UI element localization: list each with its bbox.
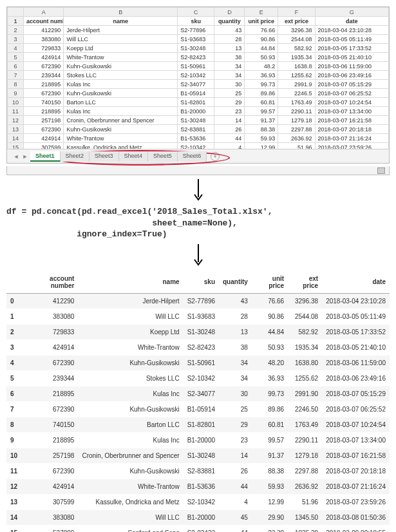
sheet-tab[interactable]: Sheet6 bbox=[178, 151, 207, 162]
cell[interactable]: 2991.9 bbox=[278, 80, 315, 89]
cell[interactable]: 34 bbox=[214, 62, 245, 71]
cell[interactable]: 2018-03-06 23:49:16 bbox=[315, 71, 388, 80]
table-row[interactable]: 8218895Kulas IncS2-340773099.732991.9201… bbox=[8, 80, 389, 89]
row-number[interactable]: 12 bbox=[8, 116, 24, 125]
cell[interactable]: S1-50961 bbox=[178, 62, 214, 71]
sheet-tab[interactable]: Sheet1 bbox=[30, 151, 61, 162]
row-number[interactable]: 10 bbox=[8, 98, 24, 107]
cell[interactable]: 23 bbox=[214, 107, 245, 116]
cell[interactable]: 36.93 bbox=[245, 71, 278, 80]
cell[interactable]: 2018-03-07 10:24:54 bbox=[315, 98, 388, 107]
table-row[interactable]: 4729833Koepp LtdS1-302481344.84582.92201… bbox=[8, 44, 389, 53]
cell[interactable]: 729833 bbox=[23, 44, 63, 53]
cell[interactable]: S1-82801 bbox=[178, 98, 214, 107]
cell[interactable]: 412290 bbox=[23, 26, 63, 35]
cell[interactable]: S1-30248 bbox=[178, 116, 214, 125]
table-row[interactable]: 15307599Kassulke, Ondricka and MetzS2-10… bbox=[8, 143, 389, 149]
cell[interactable]: 2018-03-05 17:33:52 bbox=[315, 44, 388, 53]
cell[interactable]: 50.93 bbox=[245, 53, 278, 62]
cell[interactable]: 1935.34 bbox=[278, 53, 315, 62]
cell[interactable]: 1763.49 bbox=[278, 98, 315, 107]
cell[interactable]: 48.2 bbox=[245, 62, 278, 71]
sheet-tab[interactable]: Sheet5 bbox=[148, 151, 178, 162]
cell[interactable]: Stokes LLC bbox=[64, 71, 178, 80]
cell[interactable]: Barton LLC bbox=[64, 98, 178, 107]
cell[interactable]: 2297.88 bbox=[278, 125, 315, 134]
cell[interactable]: 26 bbox=[214, 125, 245, 134]
sheet-tab[interactable]: Sheet3 bbox=[90, 151, 119, 162]
cell[interactable]: 14 bbox=[214, 116, 245, 125]
cell[interactable]: 218895 bbox=[23, 80, 63, 89]
row-number[interactable]: 7 bbox=[8, 71, 24, 80]
cell[interactable]: 1279.18 bbox=[278, 116, 315, 125]
table-row[interactable]: 2412290Jerde-HilpertS2-778964376.663296.… bbox=[8, 26, 389, 35]
cell[interactable]: 424914 bbox=[23, 53, 63, 62]
cell[interactable]: 3296.38 bbox=[278, 26, 315, 35]
cell[interactable]: 383080 bbox=[23, 35, 63, 44]
cell[interactable]: Kuhn-Gusikowski bbox=[64, 125, 178, 134]
table-row[interactable]: 12257198Cronin, Oberbrunner and SpencerS… bbox=[8, 116, 389, 125]
cell[interactable]: 30 bbox=[214, 80, 245, 89]
cell[interactable]: S2-34077 bbox=[178, 80, 214, 89]
table-row[interactable]: 11218895Kulas IncB1-200002399.572290.112… bbox=[8, 107, 389, 116]
table-row[interactable]: 5424914White-TrantowS2-824233850.931935.… bbox=[8, 53, 389, 62]
cell[interactable]: 44.84 bbox=[245, 44, 278, 53]
cell[interactable]: 2018-03-07 06:25:52 bbox=[315, 89, 388, 98]
col-letter[interactable]: F bbox=[278, 8, 315, 17]
cell[interactable]: 76.66 bbox=[245, 26, 278, 35]
cell[interactable]: 29 bbox=[214, 98, 245, 107]
cell[interactable]: White-Trantow bbox=[64, 134, 178, 143]
table-row[interactable]: 14424914White-TrantowB1-536364459.932636… bbox=[8, 134, 389, 143]
cell[interactable]: B1-05914 bbox=[178, 89, 214, 98]
col-letter[interactable]: D bbox=[214, 8, 245, 17]
cell[interactable]: 2018-03-06 11:59:00 bbox=[315, 62, 388, 71]
table-row[interactable]: 3383080Will LLCS1-936832890.862544.08201… bbox=[8, 35, 389, 44]
row-number[interactable]: 15 bbox=[8, 143, 24, 149]
cell[interactable]: 25 bbox=[214, 89, 245, 98]
cell[interactable]: B1-53636 bbox=[178, 134, 214, 143]
cell[interactable]: Kuhn-Gusikowski bbox=[64, 89, 178, 98]
row-number[interactable]: 5 bbox=[8, 53, 24, 62]
cell[interactable]: 582.92 bbox=[278, 44, 315, 53]
cell[interactable]: S1-30248 bbox=[178, 44, 214, 53]
col-letter[interactable]: B bbox=[64, 8, 178, 17]
table-row[interactable]: 13672390Kuhn-GusikowskiS2-838812688.3822… bbox=[8, 125, 389, 134]
cell[interactable]: 91.37 bbox=[245, 116, 278, 125]
cell[interactable]: Cronin, Oberbrunner and Spencer bbox=[64, 116, 178, 125]
cell[interactable]: 257198 bbox=[23, 116, 63, 125]
cell[interactable]: 2544.08 bbox=[278, 35, 315, 44]
cell[interactable]: 1638.8 bbox=[278, 62, 315, 71]
cell[interactable]: 239344 bbox=[23, 71, 63, 80]
row-number[interactable]: 14 bbox=[8, 134, 24, 143]
cell[interactable]: 2290.11 bbox=[278, 107, 315, 116]
cell[interactable]: 2018-03-07 23:59:26 bbox=[315, 143, 388, 149]
col-letter[interactable]: E bbox=[245, 8, 278, 17]
cell[interactable]: Kulas Inc bbox=[64, 107, 178, 116]
cell[interactable]: S2-83881 bbox=[178, 125, 214, 134]
cell[interactable]: S1-93683 bbox=[178, 35, 214, 44]
table-row[interactable]: 7239344Stokes LLCS2-103423436.931255.622… bbox=[8, 71, 389, 80]
field-header[interactable]: unit price bbox=[245, 17, 278, 26]
cell[interactable]: S2-10342 bbox=[178, 143, 214, 149]
col-letter[interactable]: A bbox=[23, 8, 63, 17]
cell[interactable]: Kulas Inc bbox=[64, 80, 178, 89]
cell[interactable]: Kuhn-Gusikowski bbox=[64, 62, 178, 71]
cell[interactable]: 672390 bbox=[23, 62, 63, 71]
cell[interactable]: S2-82423 bbox=[178, 53, 214, 62]
row-number[interactable]: 6 bbox=[8, 62, 24, 71]
cell[interactable]: 44 bbox=[214, 134, 245, 143]
field-header[interactable]: name bbox=[64, 17, 178, 26]
cell[interactable]: 28 bbox=[214, 35, 245, 44]
view-grid-icon[interactable] bbox=[377, 167, 385, 174]
cell[interactable]: 4 bbox=[214, 143, 245, 149]
cell[interactable]: 60.81 bbox=[245, 98, 278, 107]
tab-next-icon[interactable]: ► bbox=[21, 153, 29, 160]
cell[interactable]: 307599 bbox=[23, 143, 63, 149]
table-row[interactable]: 9672390Kuhn-GusikowskiB1-059142589.86224… bbox=[8, 89, 389, 98]
cell[interactable]: 2018-03-07 20:18:18 bbox=[315, 125, 388, 134]
field-header[interactable]: date bbox=[315, 17, 388, 26]
cell[interactable]: 12.99 bbox=[245, 143, 278, 149]
cell[interactable]: 2018-03-07 21:16:24 bbox=[315, 134, 388, 143]
cell[interactable]: 2636.92 bbox=[278, 134, 315, 143]
table-row[interactable]: 10740150Barton LLCS1-828012960.811763.49… bbox=[8, 98, 389, 107]
